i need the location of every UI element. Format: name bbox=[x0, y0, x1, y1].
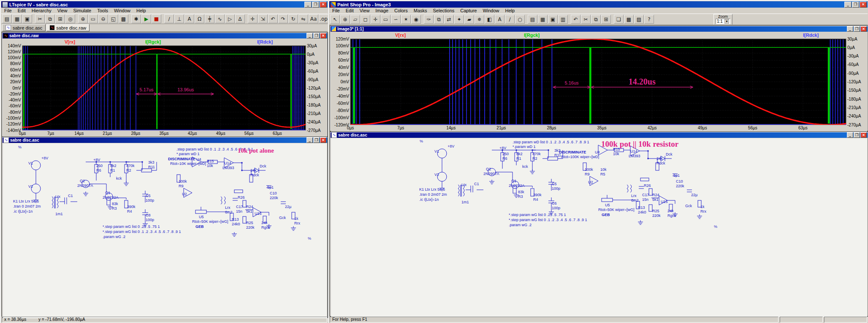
halt-icon[interactable]: ■ bbox=[152, 14, 161, 23]
net-label-icon[interactable]: A bbox=[184, 14, 194, 23]
component-icon[interactable]: ∆ bbox=[235, 14, 245, 23]
inductor-icon[interactable]: ∿ bbox=[215, 14, 225, 23]
maximize-button[interactable]: ❐ bbox=[854, 26, 860, 32]
mirror-icon[interactable]: ⇋ bbox=[298, 14, 308, 23]
clone-tool-icon[interactable]: ⧉ bbox=[434, 15, 444, 24]
ltspice-menu-simulate[interactable]: Simulate bbox=[70, 8, 94, 13]
cut-icon[interactable]: ✂ bbox=[581, 15, 591, 24]
schematic-pane[interactable]: .step param wD list 0 .1 .2 .3 .4 .5 .6 … bbox=[3, 143, 327, 318]
line-tool-icon[interactable]: ∕ bbox=[505, 15, 515, 24]
help-icon[interactable]: ? bbox=[644, 15, 654, 24]
psp-menu-masks[interactable]: Masks bbox=[411, 8, 430, 13]
arrow-tool-icon[interactable]: ↖ bbox=[330, 15, 340, 24]
retouch-tool-icon[interactable]: ✦ bbox=[454, 15, 464, 24]
ltspice-menu-view[interactable]: View bbox=[54, 8, 71, 13]
maximize-button[interactable]: ❐ bbox=[313, 33, 320, 38]
maximize-button[interactable]: ❐ bbox=[313, 137, 320, 143]
close-button[interactable]: × bbox=[320, 137, 326, 143]
close-button[interactable]: × bbox=[860, 2, 867, 8]
copy-icon[interactable]: ⧉ bbox=[591, 15, 601, 24]
zoom-in-icon[interactable]: ⊕ bbox=[78, 14, 88, 23]
psp-menu-help[interactable]: Help bbox=[502, 8, 518, 13]
ltspice-menu-file[interactable]: File bbox=[1, 8, 15, 13]
rotate-icon[interactable]: ↻ bbox=[288, 14, 298, 23]
toolbar-toggle-icon[interactable]: ❏ bbox=[614, 15, 624, 24]
minimize-button[interactable]: _ bbox=[304, 2, 312, 8]
zoom-out-icon[interactable]: ⊖ bbox=[98, 14, 108, 23]
schematic-window-2-titlebar[interactable]: sabre disc.asc _ ❐ × bbox=[331, 132, 868, 138]
paste-icon[interactable]: ⊞ bbox=[55, 14, 65, 23]
airbrush-tool-icon[interactable]: ✵ bbox=[475, 15, 484, 24]
minimize-button[interactable]: _ bbox=[847, 132, 853, 138]
ground-icon[interactable]: ⊥ bbox=[174, 14, 184, 23]
waveform-window-titlebar[interactable]: sabre disc.raw _ ❐ × bbox=[3, 33, 327, 38]
psp-menu-image[interactable]: Image bbox=[372, 8, 391, 13]
diode-icon[interactable]: ▷ bbox=[225, 14, 235, 23]
zoom-tool-icon[interactable]: ⊕ bbox=[340, 15, 350, 24]
tab-sabre-disc.raw[interactable]: sabre disc.raw bbox=[46, 24, 90, 31]
copy-icon[interactable]: ⧉ bbox=[45, 14, 55, 23]
grid-icon[interactable]: ▩ bbox=[119, 14, 128, 23]
minimize-button[interactable]: _ bbox=[307, 137, 313, 143]
schematic-pane-2[interactable]: .step param wD list 0 .1 .2 .3 .4 .5 .6 … bbox=[331, 138, 867, 317]
capacitor-icon[interactable]: ╪ bbox=[205, 14, 214, 23]
minimize-button[interactable]: _ bbox=[844, 2, 852, 8]
ltspice-menu-tools[interactable]: Tools bbox=[94, 8, 111, 13]
paste-icon[interactable]: ⊞ bbox=[601, 15, 611, 24]
wire-icon[interactable]: ∕ bbox=[164, 14, 174, 23]
open-icon[interactable]: ▦ bbox=[12, 14, 22, 23]
color-replacer-icon[interactable]: ⇄ bbox=[444, 15, 454, 24]
close-button[interactable]: × bbox=[320, 33, 326, 38]
close-button[interactable]: × bbox=[320, 2, 327, 8]
drag-icon[interactable]: ⇲ bbox=[258, 14, 268, 23]
ltspice-titlebar[interactable]: LTspice IV - sabre disc.asc _ ❐ × bbox=[1, 1, 328, 8]
zoom-dropdown[interactable]: 1:1▼ bbox=[716, 19, 730, 24]
spice-directive-icon[interactable]: .op bbox=[319, 14, 328, 23]
palette-toggle-icon[interactable]: ▩ bbox=[624, 15, 634, 24]
flood-fill-icon[interactable]: ◧ bbox=[485, 15, 494, 24]
ltspice-menu-window[interactable]: Window bbox=[111, 8, 133, 13]
text-icon[interactable]: Aa bbox=[309, 14, 318, 23]
lasso-tool-icon[interactable]: ∽ bbox=[391, 15, 401, 24]
move-tool-icon[interactable]: ✛ bbox=[371, 15, 380, 24]
cut-icon[interactable]: ✂ bbox=[35, 14, 45, 23]
histogram-icon[interactable]: ▨ bbox=[634, 15, 644, 24]
save-icon[interactable]: ▣ bbox=[22, 14, 32, 23]
psp-menu-capture[interactable]: Capture bbox=[457, 8, 480, 13]
psp-menu-edit[interactable]: Edit bbox=[343, 8, 357, 13]
image-canvas[interactable]: 120mV100mV80mV60mV40mV20mV0mV-20mV-40mV-… bbox=[331, 32, 867, 132]
new-schematic-icon[interactable]: ▤ bbox=[2, 14, 12, 23]
undo-icon[interactable]: ↶ bbox=[571, 15, 580, 24]
sim-settings-icon[interactable]: ✱ bbox=[131, 14, 141, 23]
move-icon[interactable]: ✛ bbox=[248, 14, 258, 23]
psp-menu-file[interactable]: File bbox=[329, 8, 343, 13]
maximize-button[interactable]: ❐ bbox=[852, 2, 859, 8]
shape-tool-icon[interactable]: ○ bbox=[515, 15, 525, 24]
paintbrush-tool-icon[interactable]: ✑ bbox=[424, 15, 434, 24]
maximize-button[interactable]: ❐ bbox=[854, 132, 860, 138]
minimize-button[interactable]: _ bbox=[847, 26, 853, 32]
resistor-icon[interactable]: Ω bbox=[195, 14, 204, 23]
ltspice-menu-help[interactable]: Help bbox=[133, 8, 149, 13]
find-icon[interactable]: ◎ bbox=[65, 14, 75, 23]
chevron-down-icon[interactable]: ▼ bbox=[724, 19, 729, 24]
psp-menu-view[interactable]: View bbox=[357, 8, 373, 13]
image-window-titlebar[interactable]: Image3* [1:1] _ ❐ × bbox=[331, 26, 868, 32]
crop-tool-icon[interactable]: ◻ bbox=[361, 15, 370, 24]
psp-menu-selections[interactable]: Selections bbox=[430, 8, 458, 13]
psp-titlebar[interactable]: Paint Shop Pro - Image3 _ ❐ × bbox=[329, 1, 868, 8]
selection-tool-icon[interactable]: ▭ bbox=[381, 15, 391, 24]
schematic-window-titlebar[interactable]: sabre disc.asc _ ❐ × bbox=[3, 137, 327, 143]
magic-wand-icon[interactable]: ✶ bbox=[401, 15, 411, 24]
psp-menu-window[interactable]: Window bbox=[480, 8, 502, 13]
tab-sabre-disc.asc[interactable]: sabre disc.asc bbox=[2, 24, 46, 31]
print-icon[interactable]: ▥ bbox=[558, 15, 568, 24]
save-icon[interactable]: ▣ bbox=[548, 15, 558, 24]
new-image-icon[interactable]: ▤ bbox=[528, 15, 537, 24]
ltspice-menu-edit[interactable]: Edit bbox=[15, 8, 29, 13]
waveform-pane[interactable]: 140mV120mV100mV80mV60mV40mV20mV0mV-20mV-… bbox=[3, 39, 327, 137]
run-icon[interactable]: ▶ bbox=[141, 14, 151, 23]
dropper-tool-icon[interactable]: ◉ bbox=[411, 15, 421, 24]
deform-tool-icon[interactable]: ▱ bbox=[350, 15, 360, 24]
ltspice-menu-hierarchy[interactable]: Hierarchy bbox=[29, 8, 54, 13]
